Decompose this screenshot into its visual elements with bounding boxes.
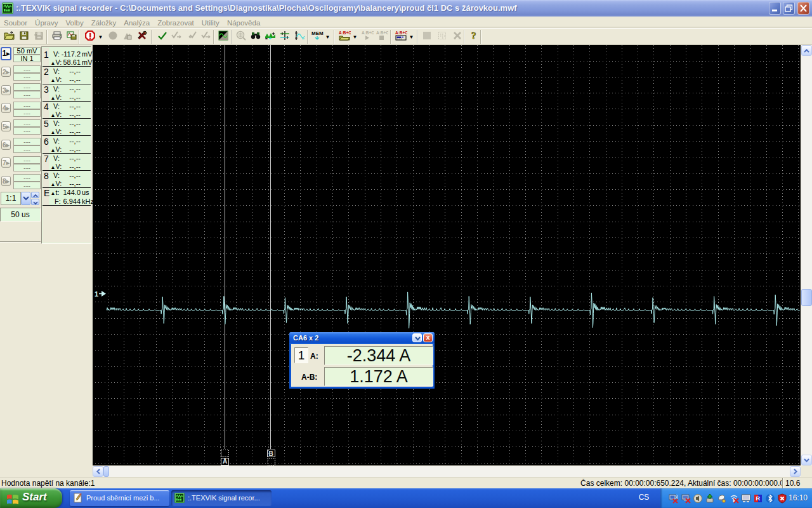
- abc-panel-button[interactable]: A:B+C: [393, 30, 408, 44]
- channel-4-input[interactable]: ---: [13, 109, 41, 117]
- channel-7-button[interactable]: 7▶: [1, 157, 11, 168]
- measurement-row-6: 6V:--,--▲V:--,--: [43, 137, 91, 154]
- flag-r-tray-icon[interactable]: R: [753, 493, 763, 503]
- vertical-scroll-thumb[interactable]: [801, 289, 812, 306]
- channel-4-button[interactable]: 4▶: [1, 103, 11, 113]
- channel-7-input[interactable]: ---: [13, 164, 41, 171]
- scroll-down-button[interactable]: [801, 455, 812, 465]
- open-file-button[interactable]: [2, 30, 16, 44]
- channel-1-marker-label: 1: [95, 290, 98, 298]
- measurement-channel-number: 1: [44, 50, 49, 60]
- memory-dropdown-arrow[interactable]: ▼: [324, 30, 331, 44]
- cursor-drag-box[interactable]: [221, 450, 229, 457]
- print-icon: [52, 31, 62, 43]
- channel-3-range[interactable]: ---: [13, 83, 41, 91]
- display-tray-icon[interactable]: [741, 493, 751, 503]
- language-indicator[interactable]: CS: [634, 493, 653, 502]
- zoom-spin-down-button[interactable]: [31, 199, 39, 205]
- tools-button[interactable]: [134, 30, 149, 44]
- restore-button[interactable]: [783, 2, 795, 15]
- timebase-field[interactable]: 50 us: [0, 208, 41, 222]
- popup-close-button[interactable]: x: [423, 333, 433, 342]
- channel-2-button[interactable]: 2▶: [1, 67, 11, 77]
- wireless-x-tray-icon[interactable]: [729, 493, 739, 503]
- channel-2-input[interactable]: ---: [13, 73, 41, 81]
- system-tray: R 16:10: [660, 488, 812, 508]
- monitor-x-tray-icon[interactable]: [681, 493, 691, 503]
- channel-2-range[interactable]: ---: [13, 65, 41, 73]
- channel-8-range[interactable]: ---: [13, 174, 41, 182]
- check-next-disabled-icon: [171, 31, 183, 43]
- popup-dropdown-button[interactable]: [412, 333, 422, 342]
- stop-record-button[interactable]: [82, 30, 97, 44]
- bluetooth-tray-icon[interactable]: [765, 493, 775, 503]
- stop-record-dropdown-arrow[interactable]: ▼: [97, 30, 104, 44]
- scroll-up-button[interactable]: [801, 45, 812, 56]
- channel-4-range[interactable]: ---: [13, 102, 41, 109]
- abc-open-button[interactable]: A:B+C: [337, 30, 351, 44]
- block-delete-disabled-button: [450, 30, 464, 44]
- start-button[interactable]: Start: [0, 488, 62, 508]
- memory-button[interactable]: MEM: [310, 30, 324, 44]
- cursor-drag-box[interactable]: [267, 458, 275, 465]
- close-button[interactable]: [797, 2, 809, 15]
- channel-8-button[interactable]: 8▶: [1, 176, 11, 186]
- vertical-scrollbar[interactable]: [801, 45, 812, 465]
- measurement-value: 6.944: [55, 197, 81, 205]
- security-shield-tray-icon[interactable]: [777, 493, 787, 503]
- channel-6-button[interactable]: 6▶: [1, 140, 11, 150]
- popup-value-a: -2.344 A: [324, 346, 433, 365]
- acquire-disabled-button: [120, 30, 134, 44]
- open-file-icon: [4, 31, 15, 43]
- zoom-view-disabled-icon: [236, 30, 246, 43]
- measurement-popup[interactable]: CA6 x 2 x 1 A: -2.344 A A-B: 1.172 A: [289, 332, 435, 389]
- measurement-row-7: 7V:--,--▲V:--,--: [43, 154, 91, 171]
- horizontal-scroll-thumb[interactable]: [103, 466, 109, 477]
- channel-3-input[interactable]: ---: [13, 91, 41, 98]
- channel-6-range[interactable]: ---: [13, 138, 41, 145]
- taskbar-clock[interactable]: 16:10: [789, 493, 808, 502]
- channel-6-input[interactable]: ---: [13, 145, 41, 153]
- measurement-row-5: 5V:--,--▲V:--,--: [43, 119, 91, 136]
- scroll-left-button[interactable]: [93, 466, 103, 477]
- monitor-audio-x-tray-icon[interactable]: [669, 493, 679, 503]
- horizontal-scrollbar[interactable]: [93, 466, 801, 477]
- acquire-disabled-icon: [122, 31, 133, 43]
- volume-tray-icon[interactable]: [693, 493, 703, 503]
- search-binoculars-button[interactable]: [248, 30, 263, 44]
- channel-5-range[interactable]: ---: [13, 119, 41, 127]
- channel-5-button[interactable]: 5▶: [1, 121, 11, 131]
- usb-eject-tray-icon[interactable]: [705, 493, 715, 503]
- toolbar-separator: [417, 30, 418, 44]
- minimize-button[interactable]: [769, 2, 781, 15]
- channel-1-input[interactable]: IN 1: [13, 55, 41, 62]
- print-button[interactable]: [49, 30, 64, 44]
- popup-title-bar[interactable]: CA6 x 2 x: [289, 332, 435, 344]
- channel-5-input[interactable]: ---: [13, 127, 41, 135]
- svg-text:A:B+C: A:B+C: [362, 30, 374, 35]
- wave-select-button[interactable]: [263, 30, 277, 44]
- oscilloscope-display[interactable]: AB1: [93, 45, 801, 465]
- channel-3-button[interactable]: 3▶: [1, 85, 11, 95]
- pointer-device-tray-icon[interactable]: [717, 493, 727, 503]
- export-image-button[interactable]: [64, 30, 79, 44]
- popup-close-icon: x: [424, 333, 432, 341]
- zoom-dropdown-button[interactable]: [21, 192, 30, 205]
- cursor-lines-button[interactable]: [277, 30, 292, 44]
- scroll-right-button[interactable]: [790, 466, 801, 477]
- channel-1-button[interactable]: 1▶: [1, 47, 11, 60]
- abc-open-dropdown-arrow[interactable]: ▼: [351, 30, 358, 44]
- taskbar-button-texvik[interactable]: :.TEXVIK signal recor...: [171, 490, 272, 506]
- save-file-button[interactable]: [16, 30, 31, 44]
- invert-display-button[interactable]: [216, 30, 230, 44]
- channel-7-range[interactable]: ---: [13, 156, 41, 164]
- wave-measure-button[interactable]: [292, 30, 306, 44]
- help-button[interactable]: ?: [467, 30, 481, 44]
- taskbar-button-proud[interactable]: Proud sběrnicí mezi b...: [70, 490, 169, 506]
- channel-8-input[interactable]: ---: [13, 182, 41, 189]
- channel-1-range[interactable]: 50 mV: [13, 47, 41, 55]
- check-green-button[interactable]: [155, 30, 169, 44]
- zoom-spin-up-button[interactable]: [31, 192, 39, 198]
- abc-panel-dropdown-arrow[interactable]: ▼: [408, 30, 415, 44]
- zoom-value[interactable]: 1:1: [1, 192, 21, 205]
